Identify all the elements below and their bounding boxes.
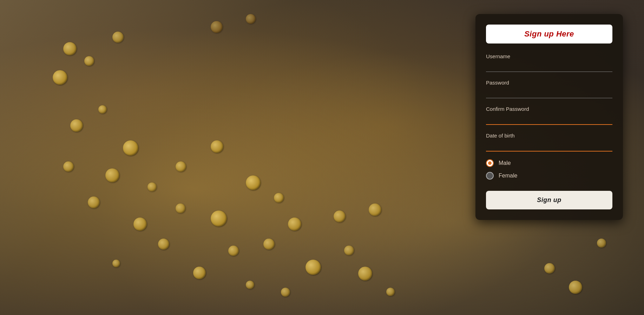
confirm-password-label: Confirm Password [486,106,612,112]
male-label: Male [499,160,511,166]
female-option[interactable]: Female [486,172,612,180]
male-option[interactable]: Male [486,159,612,167]
confirm-password-input[interactable] [486,114,612,125]
dob-input[interactable] [486,141,612,152]
username-field-group: Username [486,53,612,72]
female-radio-button[interactable] [486,172,494,180]
password-label: Password [486,80,612,86]
signup-button[interactable]: Sign up [486,191,612,209]
gender-radio-group: Male Female [486,159,612,180]
male-radio-button[interactable] [486,159,494,167]
confirm-password-field-group: Confirm Password [486,106,612,125]
password-field-group: Password [486,80,612,98]
password-input[interactable] [486,88,612,98]
female-label: Female [499,173,517,179]
dob-label: Date of birth [486,133,612,139]
panel-title-bar: Sign up Here [486,25,612,43]
dob-field-group: Date of birth [486,133,612,152]
signup-panel: Sign up Here Username Password Confirm P… [475,14,623,220]
panel-title: Sign up Here [493,29,605,39]
username-input[interactable] [486,61,612,72]
username-label: Username [486,53,612,59]
